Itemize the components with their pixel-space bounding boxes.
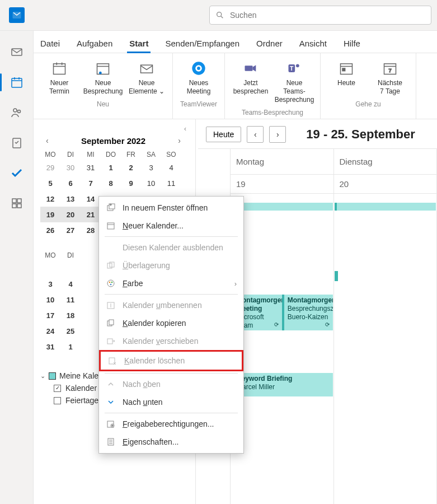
cal-icon: [105, 221, 117, 231]
ribbon-group-label: Teams-Besprechung: [242, 109, 303, 116]
tab-datei[interactable]: Datei: [38, 34, 62, 53]
day-column[interactable]: Montag19Montagmorgen MeetingMicrosoft Te…: [231, 149, 334, 504]
calendar-day[interactable]: 3: [141, 160, 161, 175]
tab-aufgaben[interactable]: Aufgaben: [74, 34, 115, 53]
tab-senden/empfangen[interactable]: Senden/Empfangen: [163, 34, 242, 53]
ribbon-group-gehe-zu: Heute7Nächste7 TageGehe zu: [321, 53, 416, 119]
ribbon-jetzt-besprechen[interactable]: Jetztbesprechen: [231, 58, 271, 106]
collapse-panel-icon[interactable]: ‹: [38, 125, 191, 133]
calendar-day[interactable]: 1: [60, 339, 81, 354]
today-button[interactable]: Heute: [206, 127, 241, 142]
event-marker[interactable]: [335, 271, 338, 281]
calendar-day[interactable]: 7: [81, 175, 101, 191]
calendar-day[interactable]: 10: [40, 292, 60, 307]
calendar-day[interactable]: 18: [60, 307, 81, 323]
calendar-event[interactable]: MontagmorgenmBesprechungszim Buero-Kaize…: [282, 295, 333, 330]
nav-calendar-icon[interactable]: [9, 74, 25, 90]
prev-month-button[interactable]: ‹: [43, 135, 52, 146]
calendar-day[interactable]: 31: [81, 160, 101, 175]
calendar-day[interactable]: 30: [60, 160, 81, 175]
calendar-day[interactable]: 26: [40, 222, 60, 238]
calendar-day[interactable]: 2: [121, 160, 141, 175]
calendar-day[interactable]: 27: [60, 222, 81, 238]
svg-rect-19: [97, 64, 109, 74]
tab-hilfe[interactable]: Hilfe: [341, 34, 363, 53]
calendar-day[interactable]: 9: [121, 175, 141, 191]
ribbon-neuer-termin[interactable]: NeuerTermin: [39, 58, 79, 98]
ribbon-icon: [95, 60, 111, 77]
calendar-day[interactable]: 20: [60, 207, 81, 222]
calendar-day[interactable]: 11: [161, 175, 181, 191]
calendar-day[interactable]: 5: [40, 175, 60, 191]
checkbox-icon[interactable]: [54, 397, 61, 404]
nav-tasks-icon[interactable]: [9, 135, 25, 151]
menu-item-neuer-kalender[interactable]: Neuer Kalender...: [99, 217, 243, 235]
allday-event-bar[interactable]: [231, 203, 333, 211]
menu-item-nach-unten[interactable]: Nach unten: [99, 393, 243, 411]
calendar-day[interactable]: 28: [81, 222, 101, 238]
menu-item-eigenschaften[interactable]: Eigenschaften...: [99, 433, 243, 451]
menu-item-kalender-kopieren[interactable]: Kalender kopieren: [99, 314, 243, 332]
calendar-day[interactable]: 4: [161, 160, 181, 175]
tab-ordner[interactable]: Ordner: [254, 34, 285, 53]
search-box[interactable]: [209, 6, 431, 25]
calendar-day[interactable]: 6: [60, 175, 81, 191]
calendar-day[interactable]: 24: [40, 323, 60, 339]
nav-apps-icon[interactable]: [9, 195, 25, 211]
calendar-event[interactable]: Keyword BriefingMarcel Miller: [231, 373, 333, 396]
calendar-day[interactable]: 13: [60, 191, 81, 207]
menu-item-farbe[interactable]: Farbe›: [99, 274, 243, 292]
checkbox-icon[interactable]: [54, 385, 61, 392]
calendar-day[interactable]: [60, 260, 81, 276]
menu-separator: [105, 294, 238, 295]
svg-point-9: [17, 110, 20, 113]
nav-mail-icon[interactable]: [9, 44, 25, 60]
next-week-button[interactable]: ›: [269, 126, 286, 143]
calendar-day[interactable]: 14: [81, 191, 101, 207]
menu-item-freigabeberechtigungen[interactable]: Freigabeberechtigungen...: [99, 415, 243, 433]
ribbon-group-neu: NeuerTerminNeueBesprechungNeueElemente ⌄…: [34, 53, 173, 119]
tab-ansicht[interactable]: Ansicht: [297, 34, 329, 53]
ribbon-neues-meeting[interactable]: NeuesMeeting: [178, 58, 219, 98]
allday-event-bar[interactable]: [335, 203, 436, 211]
calendar-day[interactable]: 8: [101, 175, 121, 191]
svg-text:T: T: [290, 65, 294, 72]
chevron-down-icon: ⌄: [40, 372, 45, 380]
search-input[interactable]: [230, 11, 425, 20]
calendar-day[interactable]: 25: [60, 323, 81, 339]
calendar-day[interactable]: 29: [40, 160, 60, 175]
calendar-day[interactable]: 10: [141, 175, 161, 191]
calendar-day[interactable]: 19: [40, 207, 60, 222]
calendar-day[interactable]: 21: [81, 207, 101, 222]
tab-start[interactable]: Start: [127, 34, 151, 53]
calendar-day[interactable]: [40, 260, 60, 276]
search-icon: [215, 11, 224, 20]
calendar-day[interactable]: 11: [60, 292, 81, 307]
nav-todo-icon[interactable]: [9, 165, 25, 181]
ribbon-icon: [51, 60, 68, 77]
calendar-day[interactable]: 31: [40, 339, 60, 354]
calendar-day[interactable]: 4: [60, 276, 81, 292]
ribbon-heute-[interactable]: Heute: [326, 58, 366, 98]
calendar-day[interactable]: 12: [40, 191, 60, 207]
next-month-button[interactable]: ›: [175, 135, 184, 146]
svg-text:+: +: [110, 203, 112, 206]
ribbon-neue-teams-besprechung[interactable]: TNeue Teams-Besprechung: [274, 58, 314, 106]
move-icon: [105, 336, 117, 346]
ribbon-neue-besprechung[interactable]: NeueBesprechung: [83, 58, 123, 98]
nav-people-icon[interactable]: [9, 105, 25, 120]
calendar-day[interactable]: 17: [40, 307, 60, 323]
menu-item-in-neuem-fenster-öffnen[interactable]: +In neuem Fenster öffnen: [99, 199, 243, 217]
calendar-day[interactable]: 3: [40, 276, 60, 292]
prev-week-button[interactable]: ‹: [247, 126, 264, 143]
ribbon-n-chste-tage[interactable]: 7Nächste7 Tage: [370, 58, 410, 98]
menu-item-kalender-verschieben: Kalender verschieben: [99, 332, 243, 350]
sync-icon: ⟳: [274, 321, 279, 329]
calendar-day[interactable]: 1: [101, 160, 121, 175]
down-icon: [105, 397, 117, 407]
ribbon-neue-elemente-[interactable]: NeueElemente ⌄: [126, 58, 167, 98]
svg-rect-12: [17, 199, 21, 203]
day-column[interactable]: Dienstag20: [334, 149, 438, 504]
ribbon-group-teams-besprechung: JetztbesprechenTNeue Teams-BesprechungTe…: [225, 53, 321, 119]
up-icon: [105, 379, 117, 389]
